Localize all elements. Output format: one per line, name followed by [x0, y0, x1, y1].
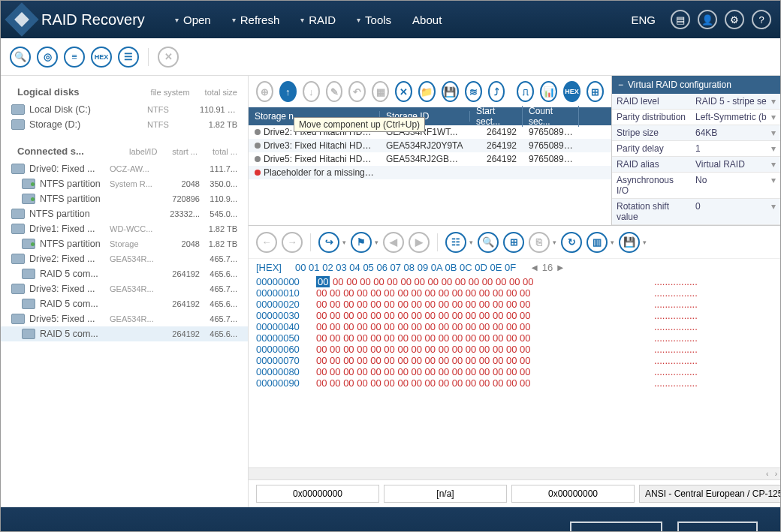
raid-config-header: −Virtual RAID configuration — [612, 76, 780, 94]
raid-config-row[interactable]: Asynchronous I/ONo ▾ — [612, 173, 780, 199]
hex-mode-icon[interactable]: HEX — [91, 47, 112, 68]
scrollbar[interactable]: ‹ › — [249, 467, 780, 479]
app-logo — [5, 2, 38, 36]
logical-disk-row[interactable]: Local Disk (C:)NTFS110.91 GB — [1, 102, 248, 117]
connected-storage-row[interactable]: Drive1: Fixed ...WD-WCC...1.82 TB — [1, 221, 248, 236]
raid-toolbar: ⊕ ↑ ↓ ✎ ↶ ▦ ✕ 📁 💾 ≋ ⤴ ⎍ 📊 HEX ⊞ — [249, 76, 611, 107]
raid-config-row[interactable]: RAID levelRAID 5 - stripe se ▾ — [612, 94, 780, 110]
logical-disk-row[interactable]: Storage (D:)NTFS1.82 TB — [1, 117, 248, 132]
grid-icon[interactable]: ▦ — [372, 81, 389, 102]
nav-fwd-icon[interactable]: → — [282, 232, 303, 253]
connected-storage-row[interactable]: RAID 5 com...264192465.6... — [1, 266, 248, 281]
hex-mid-input[interactable] — [384, 485, 507, 503]
hex-row[interactable]: 0000004000 00 00 00 00 00 00 00 00 00 00… — [256, 321, 773, 332]
hex-offset1-input[interactable] — [256, 485, 379, 503]
connected-storage-row[interactable]: NTFS partitionStorage20481.82 TB — [1, 236, 248, 251]
panel-icon[interactable]: ⊞ — [503, 232, 524, 253]
account-icon[interactable]: 👤 — [698, 10, 717, 29]
undo-icon[interactable]: ↶ — [348, 81, 366, 102]
main-toolbar: 🔍 ◎ ≡ HEX ☰ ✕ — [1, 38, 780, 76]
raid-config-row[interactable]: RAID aliasVirtual RAID ▾ — [612, 157, 780, 173]
connected-storage-row[interactable]: RAID 5 com...264192465.6... — [1, 296, 248, 311]
connected-storage-row[interactable]: NTFS partition23332...545.0... — [1, 206, 248, 221]
save-icon[interactable]: 💾 — [442, 81, 459, 102]
explore-button[interactable]: Explore — [677, 521, 758, 533]
menu-tools[interactable]: ▾Tools — [357, 14, 391, 26]
hex-row[interactable]: 0000003000 00 00 00 00 00 00 00 00 00 00… — [256, 310, 773, 321]
layers-icon[interactable]: ≡ — [64, 47, 85, 68]
hex-row[interactable]: 0000002000 00 00 00 00 00 00 00 00 00 00… — [256, 299, 773, 310]
export-icon[interactable]: ⤴ — [488, 81, 505, 102]
disk-save-icon[interactable]: 💾 — [619, 232, 640, 253]
zoom-icon[interactable]: 🔍 — [10, 47, 31, 68]
language-selector[interactable]: ENG — [631, 14, 656, 26]
app-title: RAID Recovery — [41, 11, 145, 29]
tag-back-icon[interactable]: ◀ — [383, 232, 404, 253]
main-menu: ▾Open▾Refresh▾RAID▾ToolsAbout — [175, 14, 442, 26]
view-mode-icon[interactable]: ▤ — [671, 10, 690, 29]
bookmark-icon[interactable]: ⚑ — [351, 232, 372, 253]
hex-toolbar: ← → ↪▾ ⚑▾ ◀ ▶ ☷▾ 🔍 ⊞ ⎘▾ ↻ ▥▾ 💾▾ — [249, 226, 780, 259]
pulse-icon[interactable]: ⎍ — [517, 81, 534, 102]
raid-config-row[interactable]: Parity distributionLeft-Symmetric (b ▾ — [612, 110, 780, 125]
connected-storage-row[interactable]: RAID 5 com...264192465.6... — [1, 326, 248, 341]
hex-row[interactable]: 0000001000 00 00 00 00 00 00 00 00 00 00… — [256, 287, 773, 299]
tooltip: Move component up (Ctrl+Up) — [294, 117, 425, 132]
options-icon[interactable]: ☷ — [445, 232, 466, 253]
raid-config-row[interactable]: Rotation shift value0 ▾ — [612, 199, 780, 225]
nav-back-icon[interactable]: ← — [256, 232, 277, 253]
columns-icon[interactable]: ▥ — [587, 232, 608, 253]
menu-raid[interactable]: ▾RAID — [300, 14, 336, 26]
settings-icon[interactable]: ⚙ — [725, 10, 744, 29]
hex-encoding-select[interactable]: ANSI - Central European / CP-1250 — [639, 485, 780, 503]
connected-storage-row[interactable]: Drive2: Fixed ...GEA534R...465.7... — [1, 251, 248, 266]
hex-row[interactable]: 0000009000 00 00 00 00 00 00 00 00 00 00… — [256, 377, 773, 389]
move-up-button[interactable]: ↑ — [279, 81, 297, 102]
list-icon[interactable]: ☰ — [118, 47, 139, 68]
chart-icon[interactable]: 📊 — [540, 81, 557, 102]
connected-storage-row[interactable]: NTFS partitionSystem R...2048350.0... — [1, 176, 248, 191]
remove-icon[interactable]: ✕ — [395, 81, 412, 102]
hex-row[interactable]: 0000007000 00 00 00 00 00 00 00 00 00 00… — [256, 355, 773, 366]
copy-icon[interactable]: ⎘ — [529, 232, 550, 253]
hex-row[interactable]: 0000005000 00 00 00 00 00 00 00 00 00 00… — [256, 332, 773, 344]
menu-refresh[interactable]: ▾Refresh — [232, 14, 280, 26]
radar-icon[interactable]: ⊕ — [256, 81, 273, 102]
menu-about[interactable]: About — [412, 14, 442, 26]
hex-toggle-icon[interactable]: HEX — [563, 81, 580, 102]
tag-fwd-icon[interactable]: ▶ — [409, 232, 430, 253]
edit-icon[interactable]: ✎ — [326, 81, 343, 102]
close-icon[interactable]: ✕ — [158, 47, 179, 68]
hex-row[interactable]: 0000006000 00 00 00 00 00 00 00 00 00 00… — [256, 344, 773, 355]
window-icon[interactable]: ⊞ — [587, 81, 604, 102]
open-folder-icon[interactable]: 📁 — [418, 81, 436, 102]
section-header: Connected s...label/IDstart ...total ... — [1, 141, 248, 161]
section-header: Logical disksfile systemtotal size — [1, 82, 248, 102]
connected-storage-row[interactable]: NTFS partition720896110.9... — [1, 191, 248, 206]
help-icon[interactable]: ? — [752, 10, 771, 29]
raid-config-row[interactable]: Stripe size64KB ▾ — [612, 125, 780, 141]
raid-config-row[interactable]: Parity delay1 ▾ — [612, 141, 780, 157]
stack-icon[interactable]: ≋ — [465, 81, 482, 102]
goto-icon[interactable]: ↪ — [318, 232, 339, 253]
target-icon[interactable]: ◎ — [37, 47, 58, 68]
connected-storage-row[interactable]: Drive0: Fixed ...OCZ-AW...111.7... — [1, 161, 248, 176]
footer: Start scan Explore — [1, 507, 780, 532]
search-icon[interactable]: 🔍 — [478, 232, 499, 253]
hex-row[interactable]: 0000000000 00 00 00 00 00 00 00 00 00 00… — [256, 276, 773, 287]
hex-offset2-input[interactable] — [511, 485, 635, 503]
start-scan-button[interactable]: Start scan — [570, 521, 663, 533]
raid-component-row[interactable]: Drive3: Fixed Hitachi HDP7250...GEA534RJ… — [249, 139, 611, 152]
menu-open[interactable]: ▾Open — [175, 14, 211, 26]
move-down-button[interactable]: ↓ — [303, 81, 320, 102]
connected-storage-row[interactable]: Drive3: Fixed ...GEA534R...465.7... — [1, 281, 248, 296]
raid-component-row[interactable]: Placeholder for a missing drive — [249, 166, 611, 179]
refresh-icon[interactable]: ↻ — [561, 232, 582, 253]
sidebar: Logical disksfile systemtotal sizeLocal … — [1, 76, 249, 507]
raid-component-row[interactable]: Drive5: Fixed Hitachi HDP7250...GEA534RJ… — [249, 152, 611, 166]
hex-row[interactable]: 0000008000 00 00 00 00 00 00 00 00 00 00… — [256, 366, 773, 377]
connected-storage-row[interactable]: Drive5: Fixed ...GEA534R...465.7... — [1, 311, 248, 326]
titlebar: RAID Recovery ▾Open▾Refresh▾RAID▾ToolsAb… — [1, 1, 780, 38]
